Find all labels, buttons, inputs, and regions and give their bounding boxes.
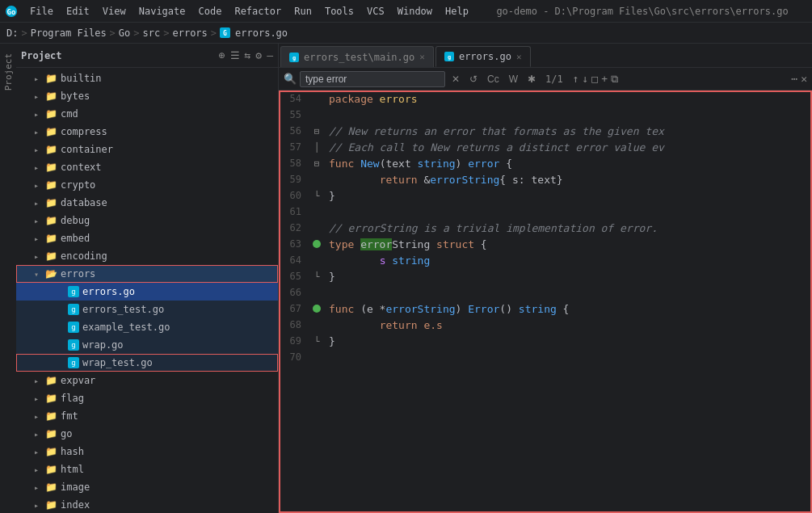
tree-arrow-embed: [34, 234, 45, 243]
tree-arrow-fmt: [34, 412, 45, 421]
find-split[interactable]: ⧉: [611, 73, 618, 86]
tree-item-debug[interactable]: 📁 debug: [16, 212, 278, 229]
menu-run[interactable]: Run: [288, 4, 318, 19]
menu-help[interactable]: Help: [440, 4, 474, 19]
tree-item-index[interactable]: 📁 index: [16, 496, 278, 513]
tree-item-expvar[interactable]: 📁 expvar: [16, 372, 278, 389]
code-line-63: 63 type errorString struct {: [279, 236, 812, 252]
tree-label-context: context: [61, 162, 102, 173]
tree-item-hash[interactable]: 📁 hash: [16, 443, 278, 460]
breadcrumb-part-errors[interactable]: errors: [172, 27, 207, 39]
tree-label-fmt: fmt: [61, 410, 78, 422]
menu-window[interactable]: Window: [392, 4, 438, 19]
find-wildcard-button[interactable]: ✱: [524, 72, 539, 86]
layout-icon[interactable]: ☰: [230, 49, 240, 61]
tree-item-database[interactable]: 📁 database: [16, 194, 278, 212]
vertical-tab[interactable]: Project: [0, 44, 16, 513]
tree-item-compress[interactable]: 📁 compress: [16, 123, 278, 141]
tree-label-encoding: encoding: [61, 250, 107, 262]
find-nav-down[interactable]: ↓: [583, 73, 589, 85]
gofile-icon-example-test: g: [68, 322, 79, 333]
line-number-65: 65: [279, 271, 309, 282]
find-more[interactable]: ⋯: [791, 73, 797, 85]
tree-arrow-database: [34, 199, 45, 208]
svg-text:g: g: [448, 54, 451, 61]
breadcrumb-filename[interactable]: errors.go: [235, 27, 288, 39]
tree-item-crypto[interactable]: 📁 crypto: [16, 176, 278, 194]
line-number-59: 59: [279, 174, 309, 185]
tree-arrow-go: [34, 430, 45, 439]
folder-icon: 📁: [45, 126, 57, 137]
breadcrumb-part-programfiles[interactable]: Program Files: [31, 27, 107, 39]
find-regex-button[interactable]: ↺: [466, 72, 481, 86]
tree-item-flag[interactable]: 📁 flag: [16, 389, 278, 407]
menu-refactor[interactable]: Refactor: [229, 4, 287, 19]
breadcrumb-part-go[interactable]: Go: [119, 27, 130, 39]
project-vtab-label[interactable]: Project: [2, 48, 15, 95]
code-line-68: 68 return e.s: [279, 317, 812, 333]
fold-arrow-57[interactable]: │: [314, 142, 320, 153]
settings-icon[interactable]: ⚙: [255, 49, 262, 61]
fold-arrow-58[interactable]: ⊟: [314, 158, 320, 169]
tab-close-errors-test[interactable]: ✕: [419, 52, 425, 62]
tree-item-embed[interactable]: 📁 embed: [16, 229, 278, 247]
find-word-button[interactable]: W: [506, 72, 521, 86]
menu-vcs[interactable]: VCS: [361, 4, 390, 19]
tree-item-errorsgo[interactable]: g errors.go: [16, 283, 278, 301]
tree-item-example-test[interactable]: g example_test.go: [16, 318, 278, 336]
line-code-68: return e.s: [324, 319, 443, 331]
tree-item-wrap-test[interactable]: g wrap_test.go: [16, 354, 278, 372]
tree-item-builtin[interactable]: 📁 builtin: [16, 69, 278, 87]
fold-arrow-56[interactable]: ⊟: [314, 126, 320, 137]
tree-item-image[interactable]: 📁 image: [16, 478, 278, 496]
code-editor[interactable]: 54 package errors 55 56 ⊟ // New retu: [279, 90, 812, 513]
code-line-67: 67 func (e *errorString) Error() string …: [279, 301, 812, 317]
line-code-67: func (e *errorString) Error() string {: [324, 303, 569, 315]
gofile-icon-wrap-test: g: [68, 357, 79, 368]
tree-item-wrapgo[interactable]: g wrap.go: [16, 336, 278, 354]
menu-navigate[interactable]: Navigate: [133, 4, 191, 19]
tab-errors-test[interactable]: g errors_test\main.go ✕: [280, 46, 434, 67]
tree-item-errors[interactable]: 📂 errors: [16, 265, 278, 283]
add-icon[interactable]: ⊕: [219, 49, 225, 61]
tree-item-fmt[interactable]: 📁 fmt: [16, 407, 278, 425]
code-line-70: 70: [279, 349, 812, 365]
fold-arrow-65[interactable]: └: [314, 271, 320, 282]
menu-file[interactable]: File: [24, 4, 59, 19]
menu-view[interactable]: View: [97, 4, 132, 19]
tree-item-context[interactable]: 📁 context: [16, 158, 278, 176]
find-clear-button[interactable]: ✕: [448, 72, 463, 86]
fold-arrow-60[interactable]: └: [314, 191, 320, 201]
tree-item-container[interactable]: 📁 container: [16, 141, 278, 158]
menu-edit[interactable]: Edit: [61, 4, 95, 19]
tree-item-cmd[interactable]: 📁 cmd: [16, 105, 278, 123]
tree-item-bytes[interactable]: 📁 bytes: [16, 87, 278, 105]
tab-errors-go[interactable]: g errors.go ✕: [435, 46, 531, 67]
breadcrumb-part-src[interactable]: src: [143, 27, 161, 39]
tree-label-debug: debug: [61, 215, 90, 226]
tree-item-encoding[interactable]: 📁 encoding: [16, 247, 278, 265]
tree-label-hash: hash: [61, 446, 84, 457]
fold-arrow-69[interactable]: └: [314, 336, 320, 347]
find-input[interactable]: [300, 71, 445, 87]
close-panel-icon[interactable]: —: [267, 49, 273, 61]
menu-code[interactable]: Code: [193, 4, 228, 19]
find-case-button[interactable]: Cc: [484, 72, 503, 86]
find-expand[interactable]: □: [591, 73, 598, 85]
collapse-icon[interactable]: ⇆: [245, 49, 251, 61]
tree-item-html[interactable]: 📁 html: [16, 460, 278, 478]
find-nav-up[interactable]: ↑: [573, 73, 579, 85]
folder-icon-errors: 📂: [45, 268, 57, 280]
find-close[interactable]: ✕: [801, 73, 807, 85]
folder-icon: 📁: [45, 108, 57, 120]
code-line-66: 66: [279, 284, 812, 301]
tree-item-errors-test[interactable]: g errors_test.go: [16, 301, 278, 318]
menu-tools[interactable]: Tools: [319, 4, 360, 19]
folder-icon: 📁: [45, 233, 57, 244]
tab-close-errors-go[interactable]: ✕: [516, 52, 522, 62]
tree-item-go[interactable]: 📁 go: [16, 425, 278, 443]
breakpoint-63: [313, 240, 321, 248]
line-code-54: package errors: [324, 93, 418, 105]
find-add[interactable]: +: [601, 73, 608, 85]
breadcrumb-part-d[interactable]: D:: [6, 27, 18, 39]
